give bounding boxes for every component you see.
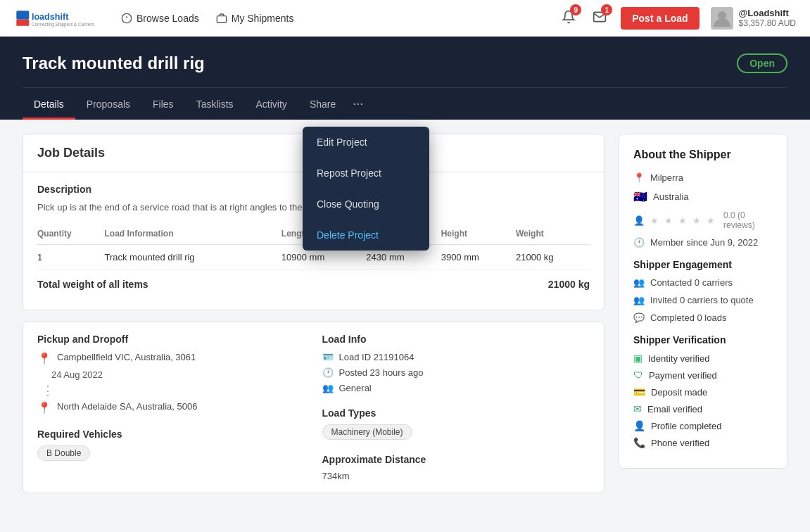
- col-quantity: Quantity: [37, 223, 104, 245]
- shipper-card: About the Shipper 📍 Milperra 🇦🇺 Australi…: [619, 134, 787, 469]
- svg-text:Connecting Shippers & Carriers: Connecting Shippers & Carriers: [32, 21, 94, 27]
- messages-button[interactable]: 1: [590, 7, 609, 29]
- svg-rect-0: [16, 11, 29, 20]
- col-weight: Weight: [516, 223, 590, 245]
- profile-check-icon: 👤: [633, 420, 645, 431]
- completed-row: 💬 Completed 0 loads: [633, 312, 773, 323]
- dropdown-repost-project[interactable]: Repost Project: [303, 158, 429, 189]
- nav-right: 9 1 Post a Load @Loadshift $3,357.80 AUD: [559, 7, 796, 30]
- right-panel: About the Shipper 📍 Milperra 🇦🇺 Australi…: [619, 134, 787, 505]
- cell-quantity: 1: [37, 244, 104, 270]
- pickup-date: 24 Aug 2022: [40, 369, 305, 380]
- completed-label: Completed 0 loads: [650, 312, 726, 323]
- post-load-button[interactable]: Post a Load: [621, 7, 699, 30]
- pickup-label: Pickup and Dropoff: [37, 334, 305, 345]
- pickup-from: Campbellfield VIC, Australia, 3061: [57, 352, 196, 362]
- col-height: Height: [441, 223, 516, 245]
- cell-weight: 21000 kg: [516, 244, 590, 270]
- phone-row: 📞 Phone verified: [633, 437, 773, 448]
- shipper-rating: 0.0 (0 reviews): [723, 210, 773, 230]
- complete-icon: 💬: [633, 312, 645, 323]
- member-since: Member since Jun 9, 2022: [650, 237, 758, 248]
- email-row: ✉ Email verified: [633, 403, 773, 414]
- pickup-from-row: 📍 Campbellfield VIC, Australia, 3061: [37, 352, 305, 365]
- shipper-rating-row: 👤 ★ ★ ★ ★ ★ 0.0 (0 reviews): [633, 210, 773, 230]
- col-load-info: Load Information: [104, 223, 281, 245]
- user-name: @Loadshift: [739, 8, 796, 18]
- load-id: Load ID 21191064: [339, 352, 415, 362]
- tabs-bar: Details Proposals Files Tasklists Activi…: [23, 87, 787, 120]
- phone-check-icon: 📞: [633, 437, 645, 448]
- engagement-section: Shipper Engagement 👥 Contacted 0 carrier…: [633, 259, 773, 323]
- my-shipments-label: My Shipments: [232, 13, 294, 24]
- email-label: Email verified: [647, 404, 702, 414]
- shipper-location-row: 📍 Milperra: [633, 172, 773, 183]
- payment-check-icon: 🛡: [633, 369, 643, 381]
- shipper-country: Australia: [653, 191, 689, 202]
- invited-label: Invited 0 carriers to quote: [650, 295, 754, 305]
- tab-details[interactable]: Details: [23, 88, 75, 120]
- tab-tasklists[interactable]: Tasklists: [185, 88, 245, 120]
- contacted-label: Contacted 0 carriers: [650, 277, 733, 288]
- from-icon: 📍: [37, 352, 51, 365]
- tab-files[interactable]: Files: [141, 88, 185, 120]
- identity-row: ▣ Identity verified: [633, 353, 773, 364]
- load-info-col: Load Info 🪪 Load ID 21191064 🕐 Posted 23…: [322, 334, 590, 481]
- calendar-icon: 🕐: [633, 237, 645, 248]
- identity-label: Identity verified: [648, 353, 709, 364]
- pickup-card: Pickup and Dropoff 📍 Campbellfield VIC, …: [23, 322, 605, 493]
- category: General: [339, 383, 372, 393]
- vehicle-type-tag: B Double: [37, 445, 90, 461]
- load-type-tag: Machinery (Mobile): [322, 424, 412, 440]
- user-balance: $3,357.80 AUD: [739, 18, 796, 28]
- posted-row: 🕐 Posted 23 hours ago: [322, 367, 590, 378]
- deposit-label: Deposit made: [651, 387, 707, 398]
- nav-links: Browse Loads My Shipments: [121, 13, 559, 24]
- shipper-location: Milperra: [650, 172, 683, 183]
- load-types-section: Load Types Machinery (Mobile): [322, 407, 590, 440]
- more-tabs-button[interactable]: ···: [347, 88, 369, 120]
- pickup-col: Pickup and Dropoff 📍 Campbellfield VIC, …: [37, 334, 305, 481]
- star-1: ★: [650, 215, 659, 226]
- flag-icon: 🇦🇺: [633, 190, 647, 203]
- distance-value: 734km: [322, 471, 590, 481]
- tab-activity[interactable]: Activity: [245, 88, 298, 120]
- browse-loads-link[interactable]: Browse Loads: [121, 13, 199, 24]
- vehicles-label: Required Vehicles: [37, 429, 305, 440]
- id-icon: 🪪: [322, 352, 334, 362]
- svg-rect-7: [217, 15, 226, 22]
- payment-row: 🛡 Payment verified: [633, 369, 773, 381]
- dropdown-delete-project[interactable]: Delete Project: [303, 220, 429, 251]
- invite-icon: 👥: [633, 295, 645, 305]
- category-row: 👥 General: [322, 383, 590, 393]
- location-icon: 📍: [633, 172, 645, 183]
- total-label: Total weight of all items: [37, 279, 148, 290]
- deposit-row: 💳 Deposit made: [633, 386, 773, 398]
- svg-rect-1: [16, 19, 29, 25]
- to-icon: 📍: [37, 401, 51, 414]
- total-value: 21000 kg: [548, 279, 590, 290]
- star-2: ★: [664, 215, 673, 226]
- distance-section: Approximate Distance 734km: [322, 454, 590, 481]
- page-title: Track mounted drill rig: [23, 53, 787, 73]
- total-row: Total weight of all items 21000 kg: [37, 270, 590, 298]
- contact-icon: 👥: [633, 277, 645, 288]
- my-shipments-link[interactable]: My Shipments: [216, 13, 294, 24]
- tab-share[interactable]: Share: [298, 88, 347, 120]
- member-since-row: 🕐 Member since Jun 9, 2022: [633, 237, 773, 248]
- dropdown-close-quoting[interactable]: Close Quoting: [303, 189, 429, 220]
- user-area[interactable]: @Loadshift $3,357.80 AUD: [711, 7, 796, 30]
- notifications-button[interactable]: 9: [559, 7, 578, 29]
- vehicles-section: Required Vehicles B Double: [37, 429, 305, 461]
- tab-proposals[interactable]: Proposals: [75, 88, 141, 120]
- deposit-check-icon: 💳: [633, 386, 645, 398]
- star-5: ★: [707, 215, 715, 226]
- dropdown-edit-project[interactable]: Edit Project: [303, 127, 429, 158]
- hero-section: Track mounted drill rig Open Details Pro…: [0, 37, 810, 120]
- star-3: ★: [678, 215, 687, 226]
- logo[interactable]: loadshift Connecting Shippers & Carriers: [14, 6, 99, 31]
- user-avatar: [711, 7, 733, 30]
- status-badge: Open: [737, 53, 787, 73]
- verification-title: Shipper Verification: [633, 334, 773, 346]
- pickup-section: 📍 Campbellfield VIC, Australia, 3061 24 …: [37, 352, 305, 414]
